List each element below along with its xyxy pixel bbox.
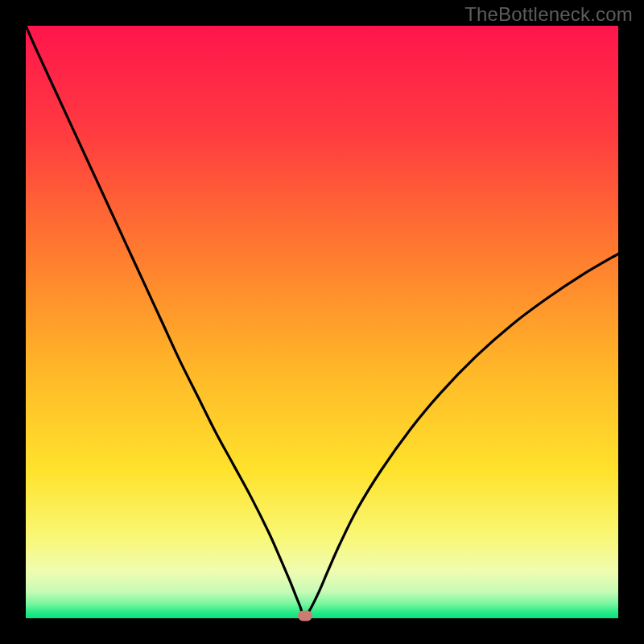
optimum-marker — [298, 611, 312, 621]
plot-svg — [26, 26, 618, 618]
watermark-text: TheBottleneck.com — [464, 3, 633, 26]
gradient-background — [26, 26, 618, 618]
chart-frame: TheBottleneck.com — [0, 0, 644, 644]
plot-area — [26, 26, 618, 618]
